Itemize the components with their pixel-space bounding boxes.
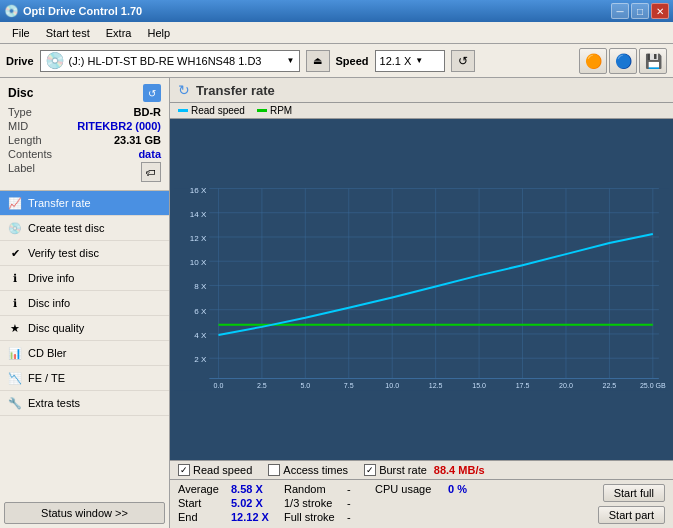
sidebar-item-fe-te[interactable]: 📉 FE / TE [0,366,169,391]
toolbar-btn-3[interactable]: 💾 [639,48,667,74]
sidebar-item-transfer-rate[interactable]: 📈 Transfer rate [0,191,169,216]
toolbar-btn-2[interactable]: 🔵 [609,48,637,74]
chart-area: 16 X 14 X 12 X 10 X 8 X 6 X 4 X 2 X 0.0 … [170,119,673,460]
chart-svg: 16 X 14 X 12 X 10 X 8 X 6 X 4 X 2 X 0.0 … [174,123,669,456]
maximize-button[interactable]: □ [631,3,649,19]
cpu-label: CPU usage [375,483,440,495]
svg-text:25.0 GB: 25.0 GB [640,383,666,390]
app-icon: 💿 [4,4,19,18]
menu-help[interactable]: Help [139,25,178,41]
status-window-button[interactable]: Status window >> [4,502,165,524]
average-label: Average [178,483,223,495]
svg-text:7.5: 7.5 [344,383,354,390]
burst-rate-check-label: Burst rate [379,464,427,476]
drive-select[interactable]: 💿 (J:) HL-DT-ST BD-RE WH16NS48 1.D3 ▼ [40,50,300,72]
nav-label-fe-te: FE / TE [28,372,65,384]
verify-test-disc-icon: ✔ [8,246,22,260]
sidebar-item-create-test-disc[interactable]: 💿 Create test disc [0,216,169,241]
burst-rate-check[interactable]: ✓ Burst rate 88.4 MB/s [364,464,484,476]
nav-label-verify-test-disc: Verify test disc [28,247,99,259]
nav-label-drive-info: Drive info [28,272,74,284]
menu-start-test[interactable]: Start test [38,25,98,41]
read-speed-legend-label: Read speed [191,105,245,116]
chart-controls: ✓ Read speed Access times ✓ Burst rate 8… [170,460,673,479]
sidebar: Disc ↺ Type BD-R MID RITEKBR2 (000) Leng… [0,78,170,528]
access-times-check[interactable]: Access times [268,464,348,476]
sidebar-item-extra-tests[interactable]: 🔧 Extra tests [0,391,169,416]
toolbar-btn-1[interactable]: 🟠 [579,48,607,74]
full-stroke-label: Full stroke [284,511,339,523]
disc-label-label: Label [8,162,35,182]
rpm-legend-color [257,109,267,112]
read-speed-legend-color [178,109,188,112]
sidebar-item-disc-info[interactable]: ℹ Disc info [0,291,169,316]
random-label: Random [284,483,339,495]
svg-text:10.0: 10.0 [385,383,399,390]
drive-disc-icon: 💿 [45,51,65,70]
contents-value: data [138,148,161,160]
nav-label-disc-info: Disc info [28,297,70,309]
eject-button[interactable]: ⏏ [306,50,330,72]
random-value: - [347,483,367,495]
transfer-rate-icon: 📈 [8,196,22,210]
disc-label-button[interactable]: 🏷 [141,162,161,182]
rpm-legend-label: RPM [270,105,292,116]
chart-header-icon: ↻ [178,82,190,98]
svg-text:6 X: 6 X [194,307,207,316]
read-speed-check[interactable]: ✓ Read speed [178,464,252,476]
mid-label: MID [8,120,28,132]
sidebar-item-verify-test-disc[interactable]: ✔ Verify test disc [0,241,169,266]
start-full-button[interactable]: Start full [603,484,665,502]
burst-rate-checkbox[interactable]: ✓ [364,464,376,476]
access-times-checkbox[interactable] [268,464,280,476]
drive-name: (J:) HL-DT-ST BD-RE WH16NS48 1.D3 [69,55,262,67]
app-title: Opti Drive Control 1.70 [23,5,142,17]
svg-text:15.0: 15.0 [472,383,486,390]
nav-items: 📈 Transfer rate 💿 Create test disc ✔ Ver… [0,191,169,498]
stroke-1-3-label: 1/3 stroke [284,497,339,509]
cpu-value: 0 % [448,483,467,495]
svg-text:14 X: 14 X [190,210,207,219]
disc-refresh-button[interactable]: ↺ [143,84,161,102]
menu-extra[interactable]: Extra [98,25,140,41]
length-label: Length [8,134,42,146]
start-label: Start [178,497,223,509]
average-value: 8.58 X [231,483,276,495]
end-value: 12.12 X [231,511,276,523]
nav-label-disc-quality: Disc quality [28,322,84,334]
sidebar-item-drive-info[interactable]: ℹ Drive info [0,266,169,291]
svg-text:10 X: 10 X [190,258,207,267]
fe-te-icon: 📉 [8,371,22,385]
main-content: ↻ Transfer rate Read speed RPM [170,78,673,528]
svg-text:2.5: 2.5 [257,383,267,390]
speed-value: 12.1 X [380,55,412,67]
svg-text:4 X: 4 X [194,331,207,340]
chart-legend: Read speed RPM [170,103,673,119]
full-stroke-value: - [347,511,367,523]
svg-text:17.5: 17.5 [516,383,530,390]
disc-info-icon: ℹ [8,296,22,310]
drivebar: Drive 💿 (J:) HL-DT-ST BD-RE WH16NS48 1.D… [0,44,673,78]
svg-text:0.0: 0.0 [214,383,224,390]
menu-file[interactable]: File [4,25,38,41]
start-part-button[interactable]: Start part [598,506,665,524]
svg-text:16 X: 16 X [190,186,207,195]
refresh-button[interactable]: ↺ [451,50,475,72]
svg-text:12 X: 12 X [190,234,207,243]
disc-section: Disc ↺ Type BD-R MID RITEKBR2 (000) Leng… [0,78,169,191]
sidebar-item-disc-quality[interactable]: ★ Disc quality [0,316,169,341]
end-label: End [178,511,223,523]
read-speed-checkbox[interactable]: ✓ [178,464,190,476]
nav-label-cd-bler: CD Bler [28,347,67,359]
svg-text:2 X: 2 X [194,355,207,364]
nav-label-create-test-disc: Create test disc [28,222,104,234]
drive-info-icon: ℹ [8,271,22,285]
close-button[interactable]: ✕ [651,3,669,19]
minimize-button[interactable]: ─ [611,3,629,19]
speed-dropdown-icon: ▼ [415,56,423,65]
sidebar-item-cd-bler[interactable]: 📊 CD Bler [0,341,169,366]
stats-section: Average 8.58 X Random - CPU usage 0 % St… [170,479,673,528]
speed-select[interactable]: 12.1 X ▼ [375,50,445,72]
start-value: 5.02 X [231,497,276,509]
svg-text:22.5: 22.5 [603,383,617,390]
